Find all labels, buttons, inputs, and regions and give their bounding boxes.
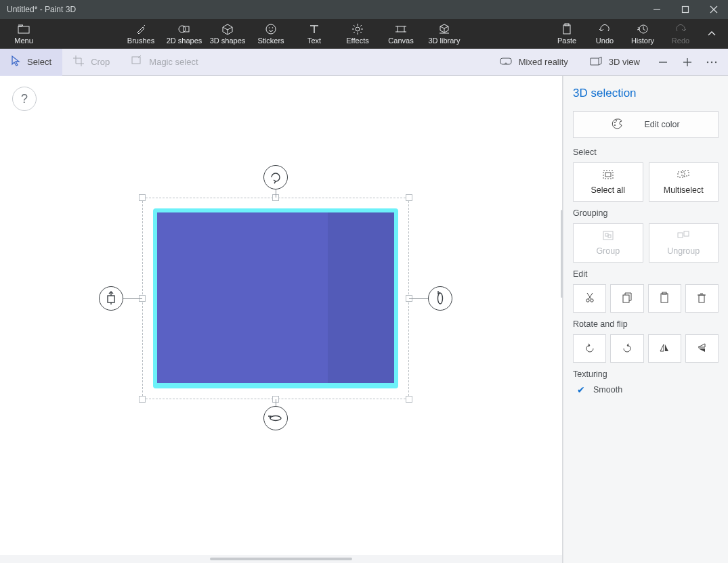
- history-icon: [637, 23, 648, 35]
- section-rotate: Rotate and flip: [573, 319, 719, 329]
- panel-title: 3D selection: [573, 87, 719, 100]
- tool-stickers[interactable]: Stickers: [252, 19, 290, 49]
- menu-button[interactable]: Menu: [0, 19, 47, 49]
- svg-line-22: [360, 25, 362, 26]
- section-texturing: Texturing: [573, 369, 719, 379]
- svg-line-20: [354, 25, 355, 26]
- svg-marker-38: [591, 57, 601, 65]
- rotate-right-icon: [622, 343, 633, 355]
- flip-vertical-button[interactable]: [685, 334, 719, 363]
- sticker-icon: [265, 23, 276, 35]
- help-button[interactable]: ?: [12, 87, 37, 111]
- svg-point-44: [711, 61, 712, 62]
- copy-button[interactable]: [610, 284, 643, 313]
- 3d-view-button[interactable]: 3D view: [579, 49, 651, 76]
- crop-tool[interactable]: Crop: [62, 49, 121, 76]
- history-button[interactable]: History: [624, 19, 662, 49]
- tool-canvas[interactable]: Canvas: [382, 19, 420, 49]
- paste-button[interactable]: Paste: [548, 19, 586, 49]
- mixed-reality-button[interactable]: Mixed reality: [489, 49, 579, 76]
- section-edit: Edit: [573, 269, 719, 279]
- svg-line-5: [144, 25, 145, 26]
- handle-top-right[interactable]: [406, 194, 412, 201]
- close-button[interactable]: [700, 0, 728, 19]
- paste-icon: [562, 23, 572, 35]
- rotate-y-handle[interactable]: [428, 286, 452, 311]
- more-button[interactable]: [700, 51, 724, 73]
- 2dshapes-icon: [178, 23, 190, 35]
- svg-line-21: [360, 32, 362, 33]
- canvas[interactable]: ?: [0, 76, 562, 555]
- z-position-handle[interactable]: [99, 286, 123, 311]
- cursor-icon: [11, 55, 20, 68]
- multiselect-icon: [677, 170, 689, 181]
- tool-3dshapes[interactable]: 3D shapes: [209, 19, 247, 49]
- redo-icon: [675, 23, 687, 35]
- rotate-x-handle[interactable]: [263, 406, 288, 430]
- redo-button: Redo: [662, 19, 700, 49]
- paste-panel-button[interactable]: [648, 284, 681, 313]
- ungroup-button: Ungroup: [649, 223, 719, 263]
- svg-marker-76: [698, 348, 705, 352]
- svg-rect-55: [605, 173, 611, 177]
- svg-point-64: [590, 298, 593, 301]
- handle-bottom-left[interactable]: [139, 396, 146, 403]
- selected-object[interactable]: [142, 198, 409, 399]
- handle-top-left[interactable]: [139, 194, 146, 201]
- ungroup-icon: [677, 231, 689, 242]
- section-grouping: Grouping: [573, 208, 719, 218]
- window-title: Untitled* - Paint 3D: [0, 5, 643, 14]
- zoom-in-button[interactable]: [675, 51, 700, 73]
- paste-icon: [660, 292, 669, 305]
- svg-rect-57: [682, 171, 689, 176]
- properties-panel: 3D selection Edit color Select Select al…: [563, 76, 728, 563]
- svg-marker-73: [660, 344, 664, 351]
- handle-bottom-right[interactable]: [406, 396, 412, 403]
- svg-point-45: [715, 61, 716, 62]
- undo-icon: [599, 23, 611, 35]
- rotate-right-button[interactable]: [610, 334, 643, 363]
- group-button: Group: [573, 223, 643, 263]
- undo-button[interactable]: Undo: [586, 19, 624, 49]
- svg-rect-68: [661, 294, 668, 302]
- checkbox-icon: ✔: [576, 384, 586, 395]
- tool-brushes[interactable]: Brushes: [122, 19, 160, 49]
- minimize-button[interactable]: [643, 0, 671, 19]
- svg-rect-7: [184, 26, 189, 32]
- collapse-ribbon-button[interactable]: [700, 19, 724, 49]
- magic-select-tool[interactable]: Magic select: [121, 49, 209, 76]
- tool-3dlibrary[interactable]: 3D library: [425, 19, 463, 49]
- svg-rect-32: [563, 25, 570, 34]
- rotate-z-handle[interactable]: [263, 165, 288, 189]
- svg-rect-56: [678, 172, 685, 177]
- crop-icon: [73, 55, 84, 68]
- maximize-button[interactable]: [671, 0, 700, 19]
- svg-point-46: [270, 416, 281, 421]
- cut-button[interactable]: [573, 284, 606, 313]
- magic-icon: [131, 56, 142, 68]
- select-tool[interactable]: Select: [0, 49, 62, 76]
- 3dshapes-icon: [222, 23, 233, 35]
- zoom-out-button[interactable]: [651, 51, 675, 73]
- tool-text[interactable]: Text: [295, 19, 333, 49]
- tool-effects[interactable]: Effects: [339, 19, 377, 49]
- ribbon-tools: Brushes 2D shapes 3D shapes Stickers Tex…: [122, 19, 463, 49]
- select-all-button[interactable]: Select all: [573, 162, 643, 202]
- svg-marker-75: [698, 344, 705, 347]
- horizontal-scrollbar[interactable]: [210, 558, 352, 560]
- edit-color-button[interactable]: Edit color: [573, 111, 719, 138]
- rotate-left-button[interactable]: [573, 334, 606, 363]
- svg-rect-70: [699, 295, 704, 302]
- ribbon-right: Paste Undo History Redo: [548, 19, 724, 49]
- svg-point-52: [616, 120, 617, 121]
- multiselect-button[interactable]: Multiselect: [649, 162, 719, 202]
- 3dview-icon: [590, 56, 602, 68]
- delete-button[interactable]: [685, 284, 719, 313]
- flip-horizontal-button[interactable]: [648, 334, 681, 363]
- main-area: ?: [0, 76, 728, 563]
- smooth-checkbox[interactable]: ✔ Smooth: [573, 384, 719, 395]
- svg-rect-4: [18, 26, 29, 33]
- tool-2dshapes[interactable]: 2D shapes: [165, 19, 203, 49]
- panel-scrollbar[interactable]: [561, 210, 563, 298]
- canvas-area[interactable]: ?: [0, 76, 563, 563]
